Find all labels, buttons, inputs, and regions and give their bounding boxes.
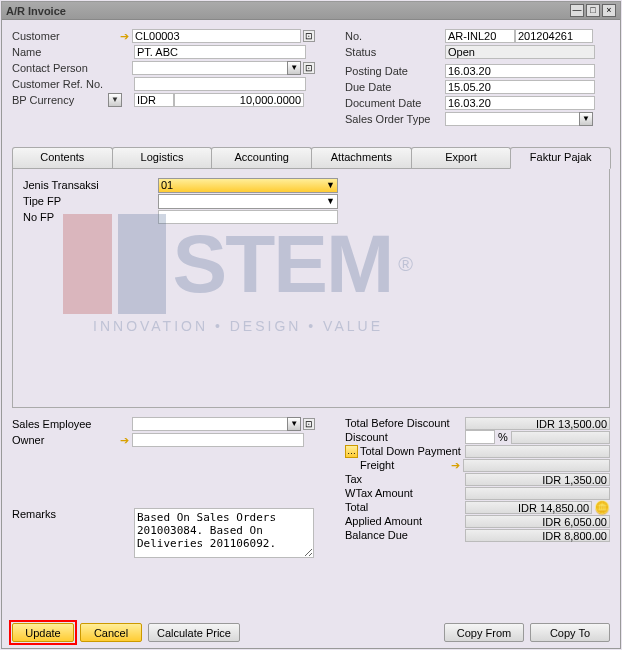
applied-label: Applied Amount (345, 515, 465, 527)
custref-label: Customer Ref. No. (12, 78, 122, 90)
balance-label: Balance Due (345, 529, 465, 541)
minimize-icon[interactable]: — (570, 4, 584, 17)
tdp-value (465, 445, 610, 458)
status-field (445, 45, 595, 59)
status-label: Status (345, 46, 445, 58)
maximize-icon[interactable]: □ (586, 4, 600, 17)
bpcur-dd-icon[interactable]: ▼ (108, 93, 122, 107)
chevron-down-icon: ▼ (326, 196, 335, 206)
jenis-dropdown[interactable]: 01▼ (158, 178, 338, 193)
contact-field[interactable] (132, 61, 288, 75)
sot-field[interactable] (445, 112, 580, 126)
cancel-button[interactable]: Cancel (80, 623, 142, 642)
remarks-field[interactable] (134, 508, 314, 558)
tab-faktur-pajak[interactable]: Faktur Pajak (510, 147, 611, 169)
tab-export[interactable]: Export (411, 147, 512, 168)
coin-icon[interactable]: 🪙 (594, 500, 610, 515)
tab-attachments[interactable]: Attachments (311, 147, 412, 168)
due-field[interactable] (445, 80, 595, 94)
close-icon[interactable]: × (602, 4, 616, 17)
salesemp-field[interactable] (132, 417, 288, 431)
tbd-value: IDR 13,500.00 (465, 417, 610, 430)
wtax-label: WTax Amount (345, 487, 465, 499)
bpcur-field[interactable] (134, 93, 174, 107)
sot-label: Sales Order Type (345, 113, 445, 125)
custref-field[interactable] (134, 77, 306, 91)
name-field[interactable] (134, 45, 306, 59)
doc-field[interactable] (445, 96, 595, 110)
update-button[interactable]: Update (12, 623, 74, 642)
lookup-icon[interactable]: ⊡ (303, 30, 315, 42)
rate-field[interactable] (174, 93, 304, 107)
tab-contents[interactable]: Contents (12, 147, 113, 168)
copy-from-button[interactable]: Copy From (444, 623, 524, 642)
due-label: Due Date (345, 81, 445, 93)
salesemp-label: Sales Employee (12, 418, 132, 430)
wtax-value (465, 487, 610, 500)
applied-value: IDR 6,050.00 (465, 515, 610, 528)
tbd-label: Total Before Discount (345, 417, 465, 429)
doc-label: Document Date (345, 97, 445, 109)
no-val-field[interactable] (515, 29, 593, 43)
freight-value (463, 459, 610, 472)
disc-label: Discount (345, 431, 465, 443)
owner-field[interactable] (132, 433, 304, 447)
link-arrow-icon[interactable] (451, 459, 463, 471)
tdp-button[interactable]: … (345, 445, 358, 458)
titlebar: A/R Invoice — □ × (2, 2, 620, 20)
tax-value: IDR 1,350.00 (465, 473, 610, 486)
chevron-down-icon: ▼ (326, 180, 335, 190)
balance-value: IDR 8,800.00 (465, 529, 610, 542)
sot-dd-icon[interactable]: ▼ (579, 112, 593, 126)
contact-add-icon[interactable]: ⊡ (303, 62, 315, 74)
watermark: STEM® INNOVATION • DESIGN • VALUE (63, 214, 413, 364)
no-label: No. (345, 30, 445, 42)
contact-label: Contact Person (12, 62, 121, 74)
disc-amt (511, 431, 610, 444)
link-arrow-icon[interactable] (120, 30, 132, 42)
chevron-down-icon[interactable]: ▼ (287, 61, 301, 75)
posting-field[interactable] (445, 64, 595, 78)
bpcur-label: BP Currency (12, 94, 74, 106)
disc-pct-field[interactable] (465, 430, 495, 444)
link-arrow-icon[interactable] (120, 434, 132, 446)
tab-accounting[interactable]: Accounting (211, 147, 312, 168)
total-label: Total (345, 501, 465, 513)
remarks-label: Remarks (12, 508, 134, 520)
total-value: IDR 14,850.00 (465, 501, 592, 514)
customer-field[interactable] (132, 29, 301, 43)
no-series-field[interactable] (445, 29, 515, 43)
tdp-label: Total Down Payment (360, 445, 465, 457)
owner-label: Owner (12, 434, 120, 446)
nofp-label: No FP (23, 211, 158, 223)
nofp-field[interactable] (158, 210, 338, 224)
tab-body: Jenis Transaksi 01▼ Tipe FP ▼ No FP STEM… (12, 168, 610, 408)
tipe-dropdown[interactable]: ▼ (158, 194, 338, 209)
freight-label: Freight (360, 459, 451, 471)
window-title: A/R Invoice (6, 5, 66, 17)
tab-logistics[interactable]: Logistics (112, 147, 213, 168)
chevron-down-icon[interactable]: ▼ (287, 417, 301, 431)
salesemp-add-icon[interactable]: ⊡ (303, 418, 315, 430)
tax-label: Tax (345, 473, 465, 485)
copy-to-button[interactable]: Copy To (530, 623, 610, 642)
posting-label: Posting Date (345, 65, 445, 77)
name-label: Name (12, 46, 122, 58)
tab-strip: Contents Logistics Accounting Attachment… (12, 147, 610, 168)
tipe-label: Tipe FP (23, 195, 158, 207)
customer-label: Customer (12, 30, 120, 42)
jenis-label: Jenis Transaksi (23, 179, 158, 191)
calc-price-button[interactable]: Calculate Price (148, 623, 240, 642)
